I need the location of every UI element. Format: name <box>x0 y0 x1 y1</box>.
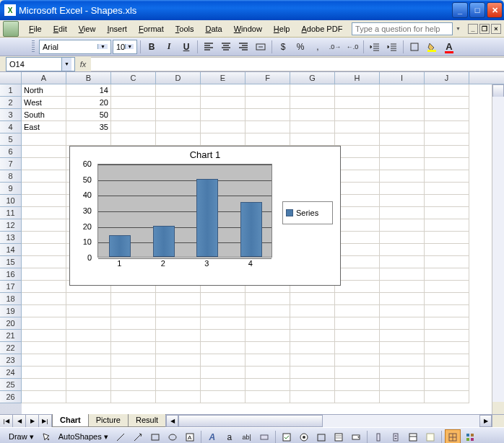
cell-E18[interactable] <box>201 293 246 305</box>
row-header-2[interactable]: 2 <box>0 97 22 109</box>
row-header-24[interactable]: 24 <box>0 367 22 379</box>
mdi-minimize-button[interactable]: _ <box>468 24 478 34</box>
fx-button[interactable]: fx <box>75 60 91 69</box>
cell-C23[interactable] <box>111 354 156 367</box>
help-search-input[interactable] <box>352 22 453 35</box>
cell-H11[interactable] <box>335 207 380 219</box>
cell-D1[interactable] <box>156 84 201 97</box>
cell-A1[interactable]: North <box>22 84 66 97</box>
row-header-4[interactable]: 4 <box>0 121 22 133</box>
cell-H21[interactable] <box>335 330 380 342</box>
cell-I3[interactable] <box>380 109 425 121</box>
tab-prev-button[interactable]: ◀ <box>13 415 26 427</box>
cell-E4[interactable] <box>201 121 246 133</box>
cell-G22[interactable] <box>290 342 335 354</box>
cell-I9[interactable] <box>380 183 425 195</box>
cell-J1[interactable] <box>425 84 469 97</box>
cell-D3[interactable] <box>156 109 201 121</box>
wordart-a-button[interactable]: A <box>204 429 220 444</box>
cell-H18[interactable] <box>335 293 380 305</box>
autoshapes-menu-button[interactable]: AutoShapes ▾ <box>56 432 111 442</box>
line-tool-button[interactable] <box>113 429 129 444</box>
cell-F1[interactable] <box>246 84 290 97</box>
select-all-corner[interactable] <box>0 72 22 84</box>
cell-D23[interactable] <box>156 354 201 367</box>
row-header-19[interactable]: 19 <box>0 305 22 317</box>
cell-B4[interactable]: 35 <box>66 121 111 133</box>
align-center-button[interactable] <box>218 39 234 55</box>
cell-J3[interactable] <box>425 109 469 121</box>
cell-F5[interactable] <box>246 133 290 146</box>
cell-D25[interactable] <box>156 379 201 391</box>
row-header-12[interactable]: 12 <box>0 219 22 232</box>
cell-E1[interactable] <box>201 84 246 97</box>
cell-I16[interactable] <box>380 268 425 281</box>
row-header-14[interactable]: 14 <box>0 244 22 256</box>
cell-J5[interactable] <box>425 133 469 146</box>
cell-I17[interactable] <box>380 281 425 293</box>
cell-H2[interactable] <box>335 97 380 109</box>
menu-data[interactable]: Data <box>199 23 227 35</box>
cell-I20[interactable] <box>380 317 425 330</box>
cell-I5[interactable] <box>380 133 425 146</box>
cell-I14[interactable] <box>380 244 425 256</box>
cell-I12[interactable] <box>380 219 425 232</box>
textbox-tool-button[interactable]: A <box>182 429 198 444</box>
cell-D22[interactable] <box>156 342 201 354</box>
row-header-22[interactable]: 22 <box>0 342 22 354</box>
horizontal-scrollbar[interactable]: ◀ ▶ <box>165 415 492 427</box>
cell-F2[interactable] <box>246 97 290 109</box>
cell-E26[interactable] <box>201 391 246 403</box>
cell-G2[interactable] <box>290 97 335 109</box>
row-header-16[interactable]: 16 <box>0 268 22 281</box>
column-header-B[interactable]: B <box>66 72 111 84</box>
cell-H12[interactable] <box>335 219 380 232</box>
formula-input[interactable] <box>91 57 504 71</box>
column-header-F[interactable]: F <box>246 72 290 84</box>
wordart-a2-button[interactable]: a <box>222 429 238 444</box>
cell-J23[interactable] <box>425 354 469 367</box>
cell-J19[interactable] <box>425 305 469 317</box>
cell-G26[interactable] <box>290 391 335 403</box>
workbook-icon[interactable] <box>3 21 19 37</box>
cell-A11[interactable] <box>22 207 66 219</box>
cell-E23[interactable] <box>201 354 246 367</box>
form-control-button[interactable] <box>256 429 272 444</box>
cell-C1[interactable] <box>111 84 156 97</box>
cell-B24[interactable] <box>66 367 111 379</box>
cell-F3[interactable] <box>246 109 290 121</box>
cell-J6[interactable] <box>425 146 469 158</box>
cell-I6[interactable] <box>380 146 425 158</box>
cell-F21[interactable] <box>246 330 290 342</box>
menu-tools[interactable]: Tools <box>170 23 200 35</box>
cell-G4[interactable] <box>290 121 335 133</box>
close-button[interactable]: ✕ <box>487 2 503 18</box>
scroll-right-button[interactable]: ▶ <box>479 415 492 427</box>
comma-button[interactable]: , <box>310 39 326 55</box>
cell-A24[interactable] <box>22 367 66 379</box>
cell-F19[interactable] <box>246 305 290 317</box>
cell-C2[interactable] <box>111 97 156 109</box>
decrease-decimal-button[interactable]: ←.0 <box>344 39 360 55</box>
cell-A14[interactable] <box>22 244 66 256</box>
row-header-25[interactable]: 25 <box>0 379 22 391</box>
cell-H9[interactable] <box>335 183 380 195</box>
cell-A10[interactable] <box>22 195 66 207</box>
cell-J4[interactable] <box>425 121 469 133</box>
cell-J8[interactable] <box>425 170 469 183</box>
cell-A15[interactable] <box>22 256 66 268</box>
row-header-6[interactable]: 6 <box>0 146 22 158</box>
view-code-button[interactable] <box>422 429 438 444</box>
cell-J12[interactable] <box>425 219 469 232</box>
cell-B26[interactable] <box>66 391 111 403</box>
cell-D26[interactable] <box>156 391 201 403</box>
cell-D2[interactable] <box>156 97 201 109</box>
row-header-7[interactable]: 7 <box>0 158 22 170</box>
cell-C22[interactable] <box>111 342 156 354</box>
rectangle-tool-button[interactable] <box>147 429 163 444</box>
column-header-H[interactable]: H <box>335 72 380 84</box>
minimize-button[interactable]: _ <box>452 2 468 18</box>
row-header-18[interactable]: 18 <box>0 293 22 305</box>
row-header-10[interactable]: 10 <box>0 195 22 207</box>
font-color-button[interactable]: A <box>441 39 457 55</box>
